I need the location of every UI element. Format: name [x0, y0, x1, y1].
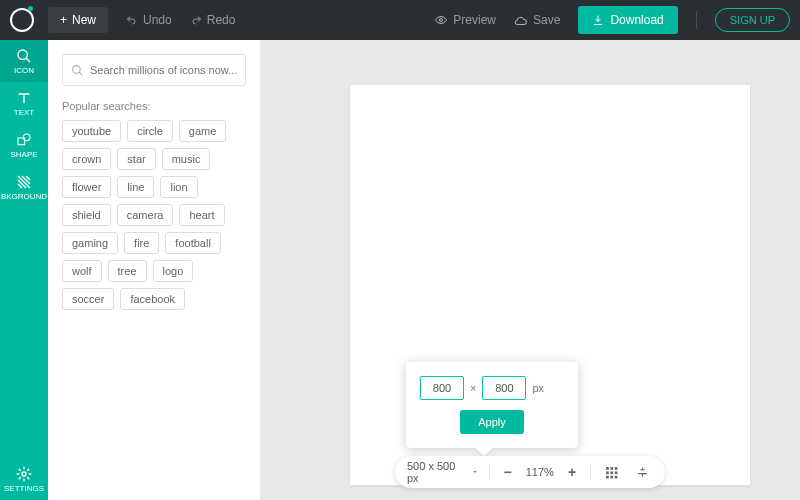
- dimension-popover: × px Apply: [406, 362, 578, 448]
- divider: [489, 464, 490, 480]
- tag-item[interactable]: soccer: [62, 288, 114, 310]
- save-label: Save: [533, 13, 560, 27]
- popular-label: Popular searches:: [62, 100, 246, 112]
- tag-item[interactable]: music: [162, 148, 211, 170]
- svg-rect-14: [615, 475, 618, 478]
- sidebar-item-shape[interactable]: SHAPE: [0, 124, 48, 166]
- svg-point-1: [18, 50, 27, 59]
- undo-icon: [126, 14, 138, 26]
- preview-label: Preview: [453, 13, 496, 27]
- tag-item[interactable]: fire: [124, 232, 159, 254]
- zoom-out-button[interactable]: −: [500, 462, 516, 482]
- width-input[interactable]: [420, 376, 464, 400]
- sidebar-label: ICON: [14, 66, 34, 75]
- eye-icon: [434, 14, 448, 26]
- tag-item[interactable]: flower: [62, 176, 111, 198]
- sidebar-label: TEXT: [14, 108, 34, 117]
- tag-item[interactable]: circle: [127, 120, 173, 142]
- download-label: Download: [610, 13, 663, 27]
- svg-point-0: [440, 19, 443, 22]
- download-icon: [592, 14, 604, 26]
- align-icon[interactable]: [632, 464, 653, 481]
- gear-icon: [16, 466, 32, 482]
- cloud-icon: [514, 14, 528, 26]
- unit-label: px: [532, 382, 544, 394]
- height-input[interactable]: [482, 376, 526, 400]
- zoom-in-button[interactable]: +: [564, 462, 580, 482]
- search-input[interactable]: [90, 64, 237, 76]
- tag-item[interactable]: crown: [62, 148, 111, 170]
- bottom-toolbar: 500 x 500 px − 117% +: [395, 456, 665, 488]
- svg-rect-13: [610, 475, 613, 478]
- svg-rect-6: [606, 467, 609, 470]
- tag-item[interactable]: tree: [108, 260, 147, 282]
- new-button[interactable]: + New: [48, 7, 108, 33]
- sidebar-item-text[interactable]: TEXT: [0, 82, 48, 124]
- undo-button[interactable]: Undo: [126, 13, 172, 27]
- new-label: New: [72, 13, 96, 27]
- search-box[interactable]: [62, 54, 246, 86]
- grid-icon[interactable]: [601, 464, 622, 481]
- dimension-select[interactable]: 500 x 500 px: [407, 460, 479, 484]
- tag-item[interactable]: shield: [62, 204, 111, 226]
- canvas-area: × px Apply 500 x 500 px − 117% +: [260, 40, 800, 500]
- tag-item[interactable]: gaming: [62, 232, 118, 254]
- svg-rect-9: [606, 471, 609, 474]
- app-logo[interactable]: [10, 8, 34, 32]
- svg-rect-12: [606, 475, 609, 478]
- apply-button[interactable]: Apply: [460, 410, 524, 434]
- svg-rect-8: [615, 467, 618, 470]
- tag-item[interactable]: wolf: [62, 260, 102, 282]
- divider: [590, 464, 591, 480]
- svg-rect-10: [610, 471, 613, 474]
- search-icon: [16, 48, 32, 64]
- shape-icon: [16, 132, 32, 148]
- sidebar-label: BKGROUND: [1, 192, 47, 201]
- svg-point-4: [22, 472, 26, 476]
- svg-rect-11: [615, 471, 618, 474]
- tag-item[interactable]: lion: [160, 176, 197, 198]
- tag-item[interactable]: star: [117, 148, 155, 170]
- tag-item[interactable]: line: [117, 176, 154, 198]
- signup-button[interactable]: SIGN UP: [715, 8, 790, 32]
- save-button[interactable]: Save: [514, 13, 560, 27]
- sidebar-label: SETTINGS: [4, 484, 44, 493]
- icon-panel: Popular searches: youtubecirclegamecrown…: [48, 40, 260, 500]
- divider: [696, 11, 697, 29]
- preview-button[interactable]: Preview: [434, 13, 496, 27]
- sidebar-item-background[interactable]: BKGROUND: [0, 166, 48, 208]
- topbar: + New Undo Redo Preview Save Download SI…: [0, 0, 800, 40]
- tag-item[interactable]: football: [165, 232, 220, 254]
- tag-item[interactable]: facebook: [120, 288, 185, 310]
- redo-label: Redo: [207, 13, 236, 27]
- tag-item[interactable]: heart: [179, 204, 224, 226]
- search-icon: [71, 64, 84, 77]
- tag-item[interactable]: logo: [153, 260, 194, 282]
- sidebar-item-icon[interactable]: ICON: [0, 40, 48, 82]
- dimension-label: 500 x 500 px: [407, 460, 465, 484]
- undo-label: Undo: [143, 13, 172, 27]
- zoom-label: 117%: [526, 466, 554, 478]
- sidebar: ICON TEXT SHAPE BKGROUND SETTINGS: [0, 40, 48, 500]
- tag-item[interactable]: youtube: [62, 120, 121, 142]
- tag-item[interactable]: camera: [117, 204, 174, 226]
- tag-item[interactable]: game: [179, 120, 227, 142]
- redo-icon: [190, 14, 202, 26]
- svg-point-3: [23, 134, 30, 141]
- plus-icon: +: [60, 13, 67, 27]
- times-label: ×: [470, 382, 476, 394]
- sidebar-item-settings[interactable]: SETTINGS: [0, 458, 48, 500]
- sidebar-label: SHAPE: [10, 150, 37, 159]
- svg-rect-7: [610, 467, 613, 470]
- redo-button[interactable]: Redo: [190, 13, 236, 27]
- svg-point-5: [73, 65, 81, 73]
- download-button[interactable]: Download: [578, 6, 677, 34]
- tag-list: youtubecirclegamecrownstarmusicflowerlin…: [62, 120, 246, 310]
- text-icon: [16, 90, 32, 106]
- chevron-down-icon: [471, 468, 479, 476]
- background-icon: [16, 174, 32, 190]
